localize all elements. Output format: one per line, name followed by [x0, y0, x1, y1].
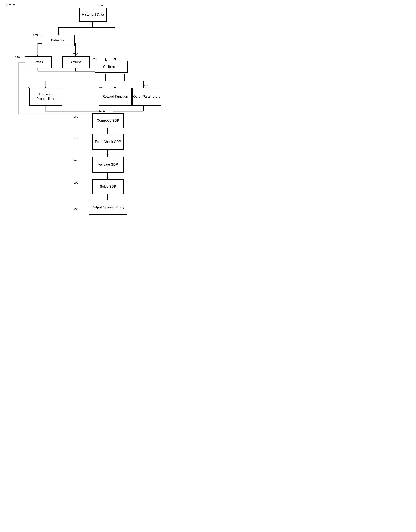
transition-probs-label: Transition Probabilities: [30, 92, 62, 101]
calibration-box: Calibration: [95, 61, 128, 73]
output-optimal-policy-ref: 295: [74, 208, 78, 211]
solve-sdp-label: Solve SDP: [100, 184, 116, 189]
other-params-ref: 250: [143, 85, 148, 88]
actions-label: Actions: [70, 60, 81, 65]
fig-label: FIG. 2: [6, 3, 15, 7]
reward-function-ref: 240: [97, 86, 102, 89]
reward-function-label: Reward Function: [102, 95, 128, 99]
other-params-box: Other Parameters: [132, 88, 161, 106]
compose-sdp-ref: 260: [74, 115, 78, 118]
definition-box: Definition: [41, 35, 75, 46]
diagram-container: FIG. 2: [0, 0, 170, 217]
validate-sdp-box: Validate SDP: [92, 157, 124, 172]
states-ref: 220: [15, 56, 20, 59]
svg-marker-17: [105, 58, 106, 61]
definition-label: Definition: [51, 38, 65, 43]
svg-marker-7: [114, 58, 116, 61]
historical-data-label: Historical Data: [82, 12, 104, 17]
calibration-label: Calibration: [103, 65, 119, 69]
reward-function-box: Reward Function: [99, 88, 132, 106]
states-box: States: [25, 56, 52, 68]
validate-sdp-label: Validate SDP: [98, 162, 118, 167]
svg-marker-35: [103, 110, 106, 112]
solve-sdp-ref: 290: [74, 181, 78, 184]
transition-probs-ref: 210: [27, 86, 32, 89]
compose-sdp-label: Compose SDP: [97, 118, 119, 123]
historical-data-box: Historical Data: [79, 8, 106, 22]
error-check-sdp-ref: 270: [74, 136, 78, 139]
svg-marker-32: [99, 110, 102, 112]
other-params-label: Other Parameters: [133, 95, 160, 99]
output-optimal-policy-box: Output Optimal Policy: [89, 200, 127, 215]
error-check-sdp-box: Error Check SDP: [92, 134, 124, 150]
compose-sdp-box: Compose SDP: [92, 113, 124, 128]
transition-probs-box: Transition Probabilities: [29, 88, 62, 106]
actions-ref: 230: [73, 52, 78, 56]
output-optimal-policy-label: Output Optimal Policy: [91, 205, 124, 209]
calibration-ref: 215: [92, 57, 97, 61]
arrows-svg: [0, 0, 170, 217]
states-label: States: [33, 60, 43, 65]
actions-box: Actions: [62, 56, 90, 68]
solve-sdp-box: Solve SDP: [92, 179, 124, 194]
definition-ref: 205: [33, 34, 38, 37]
error-check-sdp-label: Error Check SDP: [95, 140, 121, 144]
historical-data-ref: 200: [98, 4, 103, 7]
validate-sdp-ref: 280: [74, 159, 78, 162]
